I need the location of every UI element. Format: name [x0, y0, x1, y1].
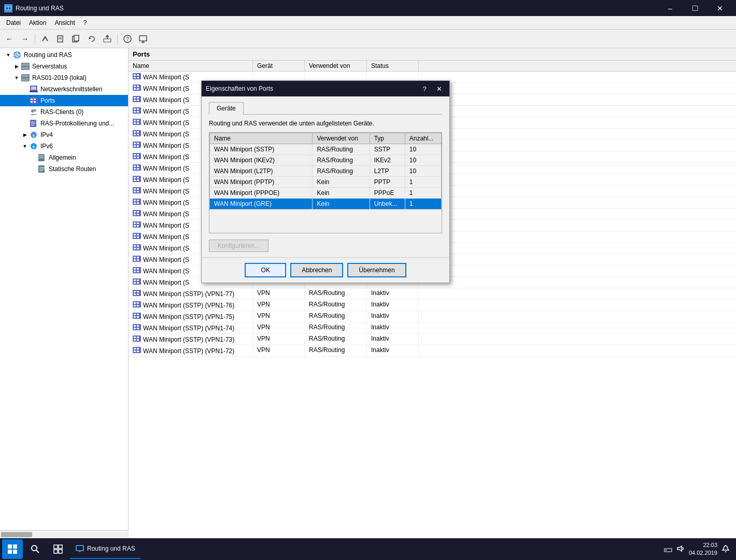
col-header-geraet[interactable]: Gerät — [253, 61, 305, 71]
svg-rect-108 — [137, 202, 139, 204]
svg-rect-2 — [9, 7, 10, 9]
modal-col-anzahl[interactable]: Anzahl... — [405, 133, 441, 144]
notification-icon[interactable] — [721, 544, 730, 554]
sidebar-item-ras01[interactable]: ▼ RAS01-2019 (lokal) — [0, 72, 128, 83]
minimize-button[interactable]: – — [658, 0, 682, 16]
modal-help-button[interactable]: ? — [418, 83, 431, 94]
svg-rect-132 — [134, 259, 136, 261]
table-row[interactable]: WAN Miniport (SSTP) (VPN1-76)VPNRAS/Rout… — [129, 300, 736, 311]
sidebar-item-statische-routen[interactable]: Statische Routen — [0, 163, 128, 175]
sidebar-item-routing-ras[interactable]: ▼ Routing und RAS — [0, 49, 128, 61]
modal-table-row[interactable]: WAN Miniport (PPPOE)KeinPPPoE1 — [210, 188, 442, 199]
sidebar-item-ipv4[interactable]: ▶ 4 IPv4 — [0, 129, 128, 141]
modal-cell-name: WAN Miniport (L2TP) — [210, 166, 313, 177]
window-title: Routing und RAS — [16, 5, 64, 12]
svg-rect-60 — [134, 97, 136, 99]
toolbar-new[interactable] — [53, 32, 68, 46]
toolbar-copy[interactable] — [69, 32, 83, 46]
sidebar-item-serverstatus[interactable]: ▶ Serverstatus — [0, 61, 128, 72]
toolbar-back[interactable]: ← — [2, 32, 17, 46]
configure-button[interactable]: Konfigurieren... — [209, 240, 268, 252]
menu-datei[interactable]: Datei — [2, 18, 25, 28]
col-header-status[interactable]: Status — [367, 61, 419, 71]
sidebar-item-netzwerk[interactable]: Netzwerkschnittstellen — [0, 83, 128, 95]
cancel-button[interactable]: Abbrechen — [290, 263, 343, 277]
svg-rect-82 — [134, 145, 136, 147]
table-cell-verwendet: RAS/Routing — [305, 334, 367, 345]
modal-cell-name: WAN Miniport (PPTP) — [210, 177, 313, 188]
toolbar-forward[interactable]: → — [18, 32, 32, 46]
taskbar-clock[interactable]: 22:03 04.02.2019 — [689, 541, 717, 557]
toolbar-monitor[interactable] — [136, 32, 150, 46]
table-row[interactable]: WAN Miniport (SSTP) (VPN1-75)VPNRAS/Rout… — [129, 311, 736, 323]
row-icon — [133, 152, 141, 161]
table-cell-name-text: WAN Miniport (S — [143, 188, 189, 195]
svg-rect-106 — [137, 200, 139, 201]
svg-rect-68 — [137, 111, 139, 113]
menu-aktion[interactable]: Aktion — [25, 18, 50, 28]
table-cell-verwendet: RAS/Routing — [305, 345, 367, 356]
ipv4-icon: 4 — [29, 130, 38, 139]
close-button[interactable]: ✕ — [708, 0, 732, 16]
svg-rect-31 — [31, 101, 33, 103]
col-header-name[interactable]: Name — [129, 61, 253, 71]
apply-button[interactable]: Übernehmen — [347, 263, 406, 277]
taskbar-app-label: Routing und RAS — [87, 545, 135, 552]
expander-ipv4[interactable]: ▶ — [21, 131, 29, 139]
modal-table-row[interactable]: WAN Miniport (IKEv2)RAS/RoutingIKEv210 — [210, 155, 442, 166]
clock-time: 22:03 — [689, 541, 717, 549]
table-row[interactable]: WAN Miniport (SSTP) (VPN1-72)VPNRAS/Rout… — [129, 345, 736, 357]
taskbar-app-routing[interactable]: Routing und RAS — [70, 539, 140, 559]
svg-rect-29 — [31, 99, 33, 100]
ok-button[interactable]: OK — [245, 263, 286, 277]
toolbar-help[interactable]: ? — [120, 32, 135, 46]
modal-table-row[interactable]: WAN Miniport (SSTP)RAS/RoutingSSTP10 — [210, 144, 442, 155]
modal-col-name[interactable]: Name — [210, 133, 313, 144]
expander-ras01[interactable]: ▼ — [12, 74, 21, 82]
table-row[interactable]: WAN Miniport (SSTP) (VPN1-74)VPNRAS/Rout… — [129, 323, 736, 334]
sidebar-item-ipv6[interactable]: ▼ 6 IPv6 — [0, 141, 128, 152]
col-header-verwendet[interactable]: Verwendet von — [305, 61, 367, 71]
modal-table-header-row: Name Verwendet von Typ Anzahl... — [210, 133, 442, 144]
clock-date: 04.02.2019 — [689, 549, 717, 557]
table-row[interactable]: WAN Miniport (SSTP) (VPN1-73)VPNRAS/Rout… — [129, 334, 736, 345]
search-button[interactable] — [25, 539, 46, 559]
menu-help[interactable]: ? — [79, 18, 91, 28]
modal-table-row[interactable]: WAN Miniport (PPTP)KeinPPTP1 — [210, 177, 442, 188]
modal-table-row[interactable]: WAN Miniport (GRE)KeinUnbek...1 — [210, 199, 442, 209]
svg-rect-66 — [137, 108, 139, 110]
toolbar-refresh[interactable] — [84, 32, 99, 46]
expander-routing-ras[interactable]: ▼ — [4, 51, 12, 59]
table-cell-name-text: WAN Miniport (S — [143, 268, 189, 275]
svg-marker-188 — [677, 546, 682, 551]
sidebar-item-allgemein[interactable]: Allgemein — [0, 152, 128, 163]
task-view-button[interactable] — [48, 539, 68, 559]
modal-tab-geraete[interactable]: Geräte — [209, 102, 244, 115]
svg-rect-102 — [134, 191, 136, 192]
expander-ipv6[interactable]: ▼ — [21, 142, 29, 150]
sidebar-item-ports[interactable]: Ports — [0, 95, 128, 106]
sidebar-item-ras-protokoll[interactable]: RAS-Protokollierung und... — [0, 118, 128, 129]
modal-close-button[interactable]: ✕ — [433, 83, 445, 94]
menu-ansicht[interactable]: Ansicht — [50, 18, 79, 28]
toolbar-up[interactable] — [38, 32, 52, 46]
maximize-button[interactable]: ☐ — [683, 0, 707, 16]
svg-rect-85 — [134, 154, 136, 156]
svg-rect-96 — [137, 177, 139, 178]
sidebar-scrollbar-thumb[interactable] — [1, 532, 32, 537]
sidebar-item-ras-clients[interactable]: RAS-Clients (0) — [0, 106, 128, 118]
modal-col-verwendet[interactable]: Verwendet von — [313, 133, 370, 144]
svg-rect-113 — [137, 214, 139, 215]
sidebar-scrollbar[interactable] — [0, 530, 129, 538]
svg-rect-104 — [133, 199, 141, 205]
start-button[interactable] — [2, 539, 23, 559]
svg-rect-176 — [8, 550, 12, 554]
expander-serverstatus[interactable]: ▶ — [12, 62, 21, 71]
modal-table-row[interactable]: WAN Miniport (L2TP)RAS/RoutingL2TP10 — [210, 166, 442, 177]
toolbar-export[interactable] — [100, 32, 115, 46]
table-cell-status: Inaktiv — [367, 300, 419, 311]
sidebar-label-ras-protokoll: RAS-Protokollierung und... — [40, 120, 114, 127]
modal-col-typ[interactable]: Typ — [370, 133, 405, 144]
table-row[interactable]: WAN Miniport (SSTP) (VPN1-77)VPNRAS/Rout… — [129, 288, 736, 300]
modal-cell-name: WAN Miniport (GRE) — [210, 199, 313, 209]
